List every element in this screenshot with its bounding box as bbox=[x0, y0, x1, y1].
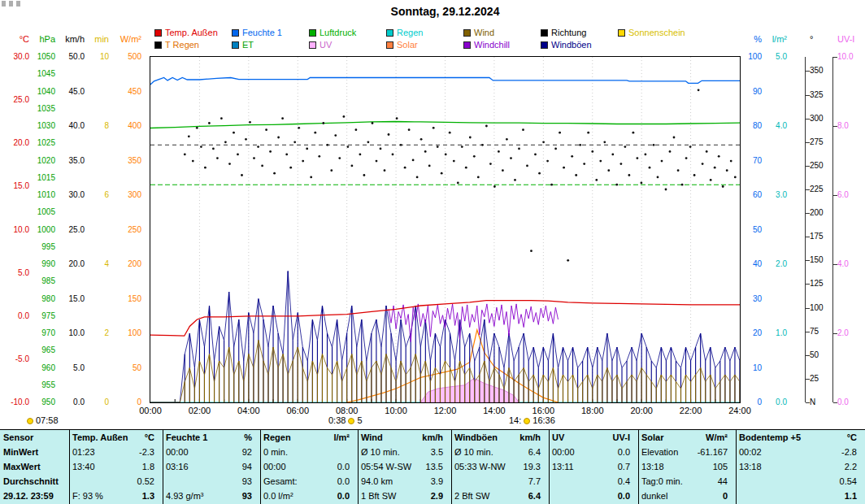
table-cell-text: 44 bbox=[718, 475, 728, 489]
axis-tick-hPa: 1020 bbox=[33, 156, 55, 165]
direction-dot bbox=[404, 167, 406, 169]
table-separator bbox=[451, 430, 452, 504]
direction-dot bbox=[624, 146, 627, 148]
legend-label: Feuchte 1 bbox=[242, 28, 282, 37]
legend-swatch bbox=[618, 29, 625, 37]
axis-tick-°: 75 bbox=[810, 327, 829, 336]
axis-tick-%: 10 bbox=[745, 363, 762, 372]
table-cell-text: Ø 10 min. bbox=[361, 445, 400, 460]
axis-tick-km/h: 25.0 bbox=[60, 225, 85, 234]
axis-tick-UV-I: 0.0 bbox=[837, 398, 862, 406]
axis-tick-°: 350 bbox=[810, 66, 829, 75]
direction-dot bbox=[376, 160, 378, 163]
axis-tickmark-° bbox=[806, 166, 810, 167]
axis-unit-°C: °C bbox=[5, 34, 29, 44]
direction-dot bbox=[563, 167, 565, 169]
table-cell-text: 13.5 bbox=[426, 460, 443, 475]
direction-dot bbox=[428, 165, 431, 167]
table-cell-text: 6.4 bbox=[528, 445, 541, 460]
table-cell: 0 min. bbox=[263, 445, 350, 460]
table-cell-text: 05:54 W-SW bbox=[361, 460, 411, 475]
axis-tick-hPa: 970 bbox=[33, 328, 55, 337]
summary-table: SensorMinWertMaxWertDurchschnitt29.12. 2… bbox=[0, 429, 865, 504]
table-separator bbox=[736, 430, 737, 504]
table-cell-text: Elevation bbox=[641, 445, 678, 460]
table-cell: 13:110.7 bbox=[552, 460, 630, 475]
table-row-label: Durchschnitt bbox=[3, 475, 59, 489]
direction-dot bbox=[534, 154, 537, 156]
direction-dot bbox=[457, 182, 459, 185]
table-cell-text: -61.167 bbox=[698, 445, 728, 460]
table-cell-text: 13:11 bbox=[552, 460, 574, 475]
table-cell-text: °C bbox=[145, 431, 154, 445]
axis-tick-°: 300 bbox=[810, 114, 829, 123]
direction-dot bbox=[273, 172, 276, 175]
direction-dot bbox=[611, 154, 614, 156]
direction-dot bbox=[449, 132, 451, 134]
chart-plot-area bbox=[150, 56, 741, 403]
direction-dot bbox=[477, 176, 480, 179]
direction-dot bbox=[453, 160, 455, 163]
table-cell: 1 Bft SW2.9 bbox=[361, 489, 443, 504]
table-cell: 2 Bft SW6.4 bbox=[454, 489, 541, 504]
axis-unit-hPa: hPa bbox=[33, 34, 55, 44]
axis-tick-W/m²: 100 bbox=[115, 328, 141, 337]
direction-dot bbox=[465, 167, 467, 169]
legend-swatch bbox=[309, 29, 316, 37]
table-cell-text: km/h bbox=[519, 431, 541, 445]
legend-item-UV: UV bbox=[309, 40, 332, 50]
axis-tick-°: 200 bbox=[810, 208, 829, 217]
legend-label: Windchill bbox=[474, 40, 510, 50]
table-cell: Elevation-61.167 bbox=[641, 445, 728, 460]
axis-tick-hPa: 955 bbox=[33, 380, 55, 389]
axis-tick-hPa: 1035 bbox=[33, 104, 55, 113]
sunrise-annotation: 07:58 bbox=[24, 415, 59, 426]
table-cell-text: 105 bbox=[713, 460, 728, 475]
axis-tick-l/m²: 4.0 bbox=[767, 121, 787, 130]
table-cell: Gesamt:0.0 bbox=[263, 475, 350, 489]
legend-label: Luftdruck bbox=[319, 28, 356, 37]
axis-tick-km/h: 20.0 bbox=[60, 259, 85, 268]
legend-swatch bbox=[386, 41, 393, 49]
table-cell-text: 00:00 bbox=[552, 445, 575, 460]
direction-dot bbox=[224, 141, 227, 143]
table-cell-text: 94.0 km bbox=[361, 475, 393, 489]
table-cell: F: 93 %1.3 bbox=[72, 489, 154, 504]
axis-tick-°: 25 bbox=[810, 374, 829, 383]
axis-line-° bbox=[805, 57, 806, 402]
direction-dot bbox=[469, 137, 472, 139]
x-axis-label: 06:00 bbox=[280, 406, 315, 415]
x-axis-label: 22:00 bbox=[673, 406, 709, 415]
table-cell: SolarW/m² bbox=[641, 431, 728, 445]
axis-unit-l/m²: l/m² bbox=[767, 34, 787, 44]
direction-dot bbox=[734, 176, 737, 179]
table-separator bbox=[163, 430, 163, 504]
direction-dot bbox=[322, 122, 324, 124]
direction-dot bbox=[498, 150, 500, 153]
axis-tick-UV-I: 4.0 bbox=[837, 259, 862, 268]
direction-dot bbox=[212, 148, 215, 150]
axis-tick-°C: 10.0 bbox=[5, 225, 29, 234]
table-cell: Bodentemp +5°C bbox=[739, 431, 857, 445]
legend-swatch bbox=[154, 41, 162, 49]
axis-tick-°: 225 bbox=[810, 185, 829, 193]
axis-tick-°: 50 bbox=[810, 350, 829, 359]
direction-dot bbox=[673, 137, 676, 139]
legend-label: Solar bbox=[397, 40, 418, 50]
direction-dot bbox=[493, 185, 496, 188]
direction-dot bbox=[632, 132, 635, 134]
sunshine-extra: 5 bbox=[357, 415, 362, 425]
axis-unit-W/m²: W/m² bbox=[115, 34, 141, 44]
axis-tick-min: 4 bbox=[94, 259, 109, 268]
legend-label: Regen bbox=[397, 28, 423, 37]
direction-dot bbox=[351, 165, 354, 167]
table-cell: 1.1 bbox=[739, 489, 857, 504]
axis-tickmark-° bbox=[806, 142, 810, 143]
direction-dot bbox=[298, 127, 300, 129]
direction-dot bbox=[334, 134, 337, 137]
direction-dot bbox=[445, 154, 447, 156]
table-cell-text: 0.0 l/m² bbox=[263, 489, 293, 504]
direction-dot bbox=[730, 160, 732, 163]
axis-tick-km/h: 50.0 bbox=[60, 52, 85, 61]
axis-tick-km/h: 30.0 bbox=[60, 190, 85, 199]
